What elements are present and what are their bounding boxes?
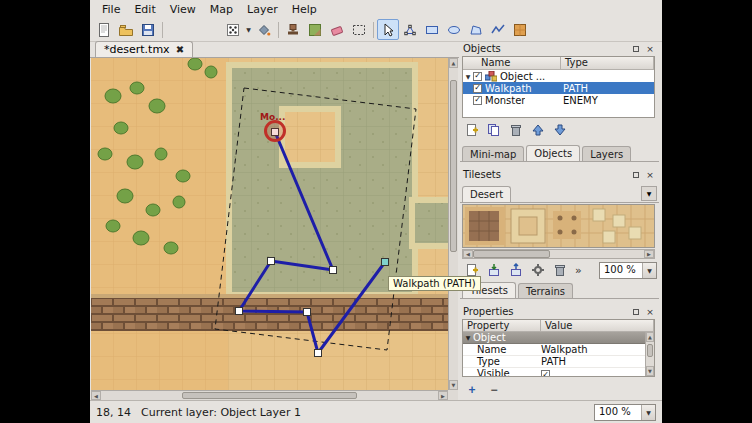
scroll-right-icon[interactable]: ▶ [644, 250, 654, 258]
expander-icon[interactable]: ▼ [463, 334, 473, 341]
menu-help[interactable]: Help [285, 2, 324, 17]
scroll-right-icon[interactable]: ▶ [438, 391, 448, 400]
bucket-fill-button[interactable] [253, 19, 275, 40]
delete-object-button[interactable] [506, 121, 526, 139]
terrain-brush-button[interactable] [304, 19, 326, 40]
float-dock-button[interactable] [630, 169, 642, 180]
menu-edit[interactable]: Edit [127, 2, 162, 17]
brush-dropdown-icon[interactable]: ▼ [244, 26, 253, 33]
scroll-up-icon[interactable]: ▲ [646, 332, 654, 342]
menu-file[interactable]: File [95, 2, 127, 17]
insert-ellipse-button[interactable] [443, 19, 465, 40]
dropdown-icon[interactable]: ▼ [641, 405, 655, 420]
select-objects-button[interactable] [377, 19, 399, 40]
column-value[interactable]: Value [541, 320, 654, 332]
stamp-brush-button[interactable] [282, 19, 304, 40]
checkbox-checked[interactable]: ✓ [473, 84, 482, 93]
add-object-layer-button[interactable] [462, 121, 482, 139]
map-canvas[interactable]: Mo... [91, 58, 448, 390]
property-group-row[interactable]: ▼ Object [463, 332, 654, 344]
scroll-track[interactable] [449, 68, 458, 380]
tileset-menu-dropdown-icon[interactable]: ▼ [641, 186, 657, 201]
insert-tile-button[interactable] [509, 19, 531, 40]
checkbox-checked[interactable]: ✓ [473, 72, 482, 81]
tileset-properties-button[interactable] [528, 261, 548, 279]
vertex-handle[interactable] [315, 350, 322, 357]
tab-mini-map[interactable]: Mini-map [462, 146, 524, 161]
random-brush-button[interactable] [222, 19, 244, 40]
map-horizontal-scrollbar[interactable]: ◀ ▶ [91, 390, 448, 400]
lower-object-button[interactable] [550, 121, 570, 139]
tileset-scrollbar[interactable]: ◀ ▶ [462, 249, 655, 259]
edit-polygons-button[interactable] [399, 19, 421, 40]
vertex-handle[interactable] [236, 308, 243, 315]
new-map-button[interactable] [93, 19, 115, 40]
menu-map[interactable]: Map [203, 2, 240, 17]
tileset-preview[interactable] [462, 204, 655, 248]
checkbox-checked[interactable]: ✓ [473, 96, 482, 105]
checkbox-checked[interactable]: ✓ [541, 370, 550, 377]
map-zoom-combobox[interactable]: 100 % ▼ [594, 404, 656, 421]
toolbar-overflow-icon[interactable]: » [572, 264, 585, 277]
close-dock-icon[interactable]: × [644, 43, 656, 54]
export-tileset-button[interactable] [506, 261, 526, 279]
object-row-monster[interactable]: ✓ Monster ENEMY [463, 94, 654, 106]
object-row-walkpath[interactable]: ✓ Walkpath PATH [463, 82, 654, 94]
open-file-button[interactable] [115, 19, 137, 40]
menu-layer[interactable]: Layer [240, 2, 285, 17]
scroll-track[interactable] [101, 391, 438, 400]
close-dock-icon[interactable]: × [644, 306, 656, 317]
scroll-down-icon[interactable]: ▼ [449, 380, 458, 390]
tab-desert-tmx[interactable]: *desert.tmx ✖ [95, 41, 193, 57]
vertex-handle[interactable] [268, 258, 275, 265]
scroll-down-icon[interactable]: ▼ [646, 366, 654, 376]
scroll-track[interactable] [473, 250, 644, 258]
remove-property-button[interactable]: − [484, 381, 504, 399]
eraser-button[interactable] [326, 19, 348, 40]
property-value[interactable]: Walkpath [541, 344, 654, 355]
map-vertical-scrollbar[interactable]: ▲ ▼ [448, 58, 458, 390]
property-value-checkbox[interactable]: ✓ [541, 368, 654, 377]
scroll-left-icon[interactable]: ◀ [91, 391, 101, 400]
scroll-up-icon[interactable]: ▲ [449, 58, 458, 68]
tab-layers[interactable]: Layers [582, 146, 631, 161]
tileset-zoom-combobox[interactable]: 100 % ▼ [599, 262, 657, 279]
insert-polyline-button[interactable] [487, 19, 509, 40]
insert-polygon-button[interactable] [465, 19, 487, 40]
properties-scrollbar[interactable]: ▲ ▼ [645, 332, 654, 376]
close-tab-icon[interactable]: ✖ [176, 44, 184, 55]
insert-rectangle-button[interactable] [421, 19, 443, 40]
import-tileset-button[interactable] [484, 261, 504, 279]
duplicate-object-button[interactable] [484, 121, 504, 139]
float-dock-button[interactable] [630, 306, 642, 317]
raise-object-button[interactable] [528, 121, 548, 139]
float-dock-button[interactable] [630, 43, 642, 54]
scroll-thumb[interactable] [182, 392, 357, 399]
menu-view[interactable]: View [163, 2, 203, 17]
property-row-visible[interactable]: Visible ✓ [463, 368, 654, 377]
remove-tileset-button[interactable] [550, 261, 570, 279]
column-type[interactable]: Type [561, 57, 654, 70]
tab-terrains[interactable]: Terrains [518, 283, 573, 298]
vertex-handle-selected[interactable] [382, 259, 389, 266]
scroll-thumb[interactable] [473, 250, 550, 258]
dropdown-icon[interactable]: ▼ [642, 263, 656, 278]
rectangular-select-button[interactable] [348, 19, 370, 40]
vertex-handle[interactable] [304, 309, 311, 316]
monster-marker[interactable] [266, 122, 285, 141]
property-row-type[interactable]: Type PATH [463, 356, 654, 368]
vertex-handle[interactable] [330, 267, 337, 274]
object-group-row[interactable]: ▼ ✓ Object ... [463, 70, 654, 82]
column-name[interactable]: Name [463, 57, 561, 70]
save-file-button[interactable] [137, 19, 159, 40]
close-dock-icon[interactable]: × [644, 169, 656, 180]
tab-objects[interactable]: Objects [526, 145, 580, 161]
scroll-thumb[interactable] [647, 344, 653, 357]
scroll-left-icon[interactable]: ◀ [463, 250, 473, 258]
scroll-track[interactable] [646, 342, 654, 366]
tab-tileset-desert[interactable]: Desert [462, 186, 511, 202]
expander-icon[interactable]: ▼ [463, 73, 473, 80]
scroll-thumb[interactable] [450, 80, 457, 252]
property-value[interactable]: PATH [541, 356, 654, 367]
column-property[interactable]: Property [463, 320, 541, 332]
